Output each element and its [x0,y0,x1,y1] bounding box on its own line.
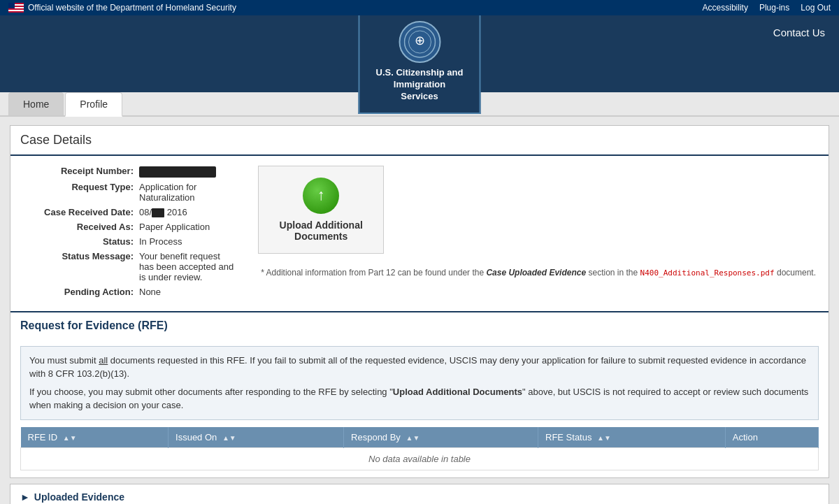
col-respond-by[interactable]: Respond By ▲▼ [344,427,538,448]
redacted-receipt [139,166,216,178]
tab-profile[interactable]: Profile [65,92,122,117]
rfe-empty-row: No data available in table [21,447,819,470]
col-action: Action [725,427,818,448]
site-header: ⊕ U.S. Citizenship and Immigration Servi… [0,15,839,92]
field-status-message: Status Message: Your benefit request has… [20,251,237,282]
rfe-table-header: RFE ID ▲▼ Issued On ▲▼ Respond By ▲▼ [21,427,819,448]
plugins-link[interactable]: Plug-ins [759,3,789,13]
rfe-header: Request for Evidence (RFE) [10,312,829,339]
rfe-empty-message: No data available in table [21,447,819,470]
svg-rect-4 [8,8,24,10]
svg-rect-7 [8,3,15,8]
pdf-link[interactable]: N400_Additional_Responses.pdf [640,268,775,278]
uploaded-evidence-header[interactable]: ► Uploaded Evidence [10,484,829,504]
case-details-header: Case Details [10,126,829,156]
upload-area[interactable]: ↑ Upload Additional Documents [258,166,384,254]
case-fields: Receipt Number: Request Type: Applicatio… [20,166,237,301]
accessibility-link[interactable]: Accessibility [703,3,748,13]
upload-label[interactable]: Upload Additional Documents [273,219,369,242]
upload-icon[interactable]: ↑ [303,178,339,214]
field-request-type: Request Type: Application for Naturaliza… [20,182,237,203]
rfe-section: Request for Evidence (RFE) You must subm… [10,311,829,477]
sort-icon-rfe-status: ▲▼ [597,434,611,442]
logo-text: U.S. Citizenship and Immigration Service… [374,67,466,103]
svg-rect-6 [8,11,24,13]
sort-icon-rfe-id: ▲▼ [63,434,77,442]
dhs-seal-svg: ⊕ [403,26,436,58]
case-info-row: Receipt Number: Request Type: Applicatio… [20,166,819,301]
us-flag-icon [8,3,24,13]
rfe-table: RFE ID ▲▼ Issued On ▲▼ Respond By ▲▼ [20,427,819,470]
upload-and-note: ↑ Upload Additional Documents [258,166,819,254]
toggle-icon: ► [20,491,30,503]
top-bar: Official website of the Department of Ho… [0,0,839,15]
contact-us-link[interactable]: Contact Us [773,27,825,38]
sort-icon-respond-by: ▲▼ [406,434,420,442]
official-label: Official website of the Department of Ho… [8,3,236,13]
sort-icon-issued-on: ▲▼ [222,434,236,442]
logout-link[interactable]: Log Out [801,3,831,13]
col-rfe-id[interactable]: RFE ID ▲▼ [21,427,168,448]
field-received-date: Case Received Date: 08/ 2016 [20,207,237,217]
tab-home[interactable]: Home [8,92,64,115]
field-status: Status: In Process [20,236,237,247]
logo-seal: ⊕ [399,21,440,63]
rfe-notice-2: If you choose, you may submit other docu… [29,385,810,412]
logo-box: ⊕ U.S. Citizenship and Immigration Servi… [359,15,481,114]
col-rfe-status[interactable]: RFE Status ▲▼ [538,427,726,448]
upload-section: ↑ Upload Additional Documents * Addition… [258,166,819,278]
header-right: Contact Us [773,15,825,38]
field-received-as: Received As: Paper Application [20,222,237,232]
rfe-body: You must submit all documents requested … [10,339,829,477]
svg-rect-5 [8,10,24,11]
svg-text:⊕: ⊕ [415,34,425,48]
rfe-table-body: No data available in table [21,447,819,470]
rfe-notice-1: You must submit all documents requested … [29,354,810,381]
col-issued-on[interactable]: Issued On ▲▼ [168,427,344,448]
additional-info-note: * Additional information from Part 12 ca… [258,268,819,278]
upload-arrow-icon: ↑ [317,187,325,203]
case-details-body: Receipt Number: Request Type: Applicatio… [10,156,829,311]
rfe-notice: You must submit all documents requested … [20,346,819,420]
main-content: Case Details Receipt Number: Request Typ… [0,117,839,504]
official-website-text: Official website of the Department of Ho… [28,3,236,13]
logo-area: ⊕ U.S. Citizenship and Immigration Servi… [359,15,481,114]
uploaded-evidence-panel: ► Uploaded Evidence [10,484,829,504]
field-receipt-number: Receipt Number: [20,166,237,178]
field-pending-action: Pending Action: None [20,287,237,297]
uploaded-evidence-label: Uploaded Evidence [34,491,124,503]
case-details-panel: Case Details Receipt Number: Request Typ… [10,125,829,478]
top-links: Accessibility Plug-ins Log Out [703,3,831,13]
